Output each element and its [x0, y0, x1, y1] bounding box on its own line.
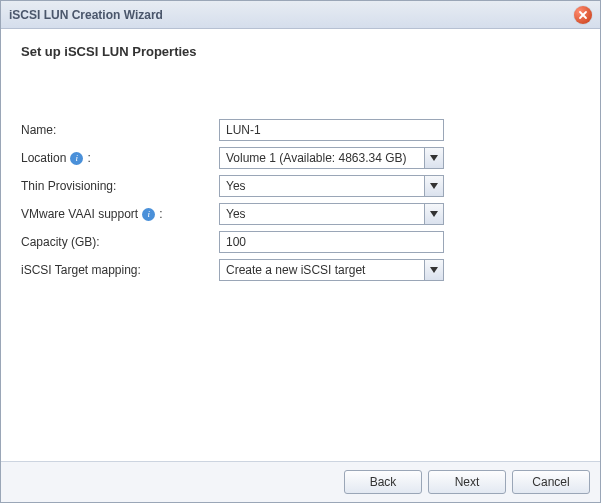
label-thin-provisioning: Thin Provisioning:: [21, 179, 219, 193]
svg-marker-2: [430, 155, 438, 161]
target-mapping-value[interactable]: [219, 259, 444, 281]
thin-provisioning-value[interactable]: [219, 175, 444, 197]
row-location: Location i :: [21, 147, 580, 169]
wizard-window: iSCSI LUN Creation Wizard Set up iSCSI L…: [0, 0, 601, 503]
svg-marker-5: [430, 267, 438, 273]
chevron-down-icon[interactable]: [424, 203, 444, 225]
label-vmware: VMware VAAI support i :: [21, 207, 219, 221]
svg-marker-4: [430, 211, 438, 217]
titlebar: iSCSI LUN Creation Wizard: [1, 1, 600, 29]
label-name: Name:: [21, 123, 219, 137]
label-vmware-text: VMware VAAI support: [21, 207, 138, 221]
properties-form: Name: Location i :: [21, 119, 580, 281]
row-target-mapping: iSCSI Target mapping:: [21, 259, 580, 281]
chevron-down-icon[interactable]: [424, 147, 444, 169]
info-icon[interactable]: i: [142, 208, 155, 221]
location-select-value[interactable]: [219, 147, 444, 169]
label-target-mapping: iSCSI Target mapping:: [21, 263, 219, 277]
label-vmware-colon: :: [159, 207, 162, 221]
thin-provisioning-select[interactable]: [219, 175, 444, 197]
name-input[interactable]: [219, 119, 444, 141]
button-bar: Back Next Cancel: [1, 461, 600, 502]
row-name: Name:: [21, 119, 580, 141]
label-capacity-text: Capacity (GB):: [21, 235, 100, 249]
back-button[interactable]: Back: [344, 470, 422, 494]
window-title: iSCSI LUN Creation Wizard: [9, 8, 574, 22]
label-location-text: Location: [21, 151, 66, 165]
target-mapping-select[interactable]: [219, 259, 444, 281]
label-location: Location i :: [21, 151, 219, 165]
next-button[interactable]: Next: [428, 470, 506, 494]
label-capacity: Capacity (GB):: [21, 235, 219, 249]
label-target-text: iSCSI Target mapping:: [21, 263, 141, 277]
vmware-value[interactable]: [219, 203, 444, 225]
vmware-select[interactable]: [219, 203, 444, 225]
label-name-text: Name:: [21, 123, 56, 137]
info-icon[interactable]: i: [70, 152, 83, 165]
content-area: Set up iSCSI LUN Properties Name: Locati…: [1, 29, 600, 461]
cancel-button[interactable]: Cancel: [512, 470, 590, 494]
page-heading: Set up iSCSI LUN Properties: [21, 44, 580, 59]
row-capacity: Capacity (GB):: [21, 231, 580, 253]
label-thin-text: Thin Provisioning:: [21, 179, 116, 193]
svg-marker-3: [430, 183, 438, 189]
chevron-down-icon[interactable]: [424, 175, 444, 197]
row-thin-provisioning: Thin Provisioning:: [21, 175, 580, 197]
location-select[interactable]: [219, 147, 444, 169]
row-vmware: VMware VAAI support i :: [21, 203, 580, 225]
capacity-input[interactable]: [219, 231, 444, 253]
close-icon[interactable]: [574, 6, 592, 24]
chevron-down-icon[interactable]: [424, 259, 444, 281]
label-location-colon: :: [87, 151, 90, 165]
